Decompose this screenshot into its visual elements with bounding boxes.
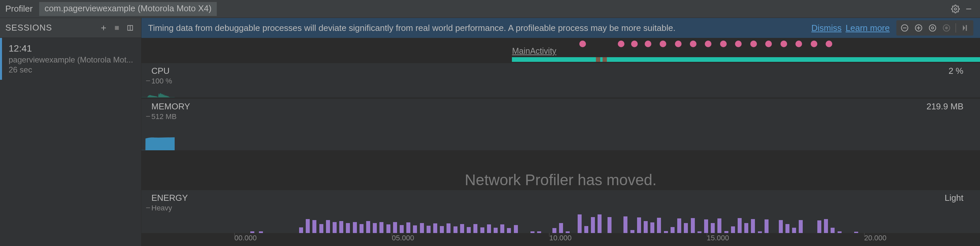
- process-tab[interactable]: com.pagerviewexample (Motorola Moto X4): [39, 2, 217, 16]
- energy-bar: [677, 219, 681, 233]
- energy-label: ENERGY: [151, 193, 188, 203]
- energy-bar: [332, 222, 337, 233]
- svg-point-12: [929, 25, 936, 31]
- energy-bar: [339, 221, 343, 233]
- memory-row[interactable]: MEMORY 219.9 MB 512 MB: [142, 99, 980, 150]
- network-message: Network Profiler has moved.: [465, 171, 657, 189]
- zoom-out-icon[interactable]: [898, 22, 911, 34]
- energy-bar: [624, 216, 627, 233]
- axis-tick: 20.000: [864, 234, 886, 242]
- input-event-dot: [645, 41, 651, 47]
- separator: [955, 23, 956, 33]
- energy-bar: [637, 217, 641, 233]
- info-banner: Timing data from debuggable processes wi…: [142, 18, 980, 38]
- session-time: 12:41: [9, 43, 134, 54]
- energy-bar: [824, 219, 828, 233]
- energy-bar: [711, 223, 715, 233]
- zoom-selection-icon[interactable]: [940, 22, 953, 34]
- memory-scale: 512 MB: [142, 112, 980, 121]
- zoom-in-icon[interactable]: [912, 22, 925, 34]
- energy-bar: [779, 220, 783, 233]
- energy-bar: [387, 224, 390, 233]
- energy-bar: [353, 222, 357, 233]
- collapse-sessions-icon[interactable]: [124, 22, 136, 34]
- energy-bar: [413, 225, 417, 233]
- energy-bar: [671, 227, 675, 233]
- input-event-dot: [705, 41, 711, 47]
- energy-bar: [473, 224, 477, 233]
- energy-bar: [306, 219, 310, 233]
- energy-bar: [817, 220, 821, 233]
- input-event-dot: [660, 41, 666, 47]
- energy-bar: [608, 217, 611, 233]
- energy-bar: [644, 221, 648, 233]
- cpu-row[interactable]: CPU 2 % 100 %: [142, 63, 980, 97]
- energy-bar: [500, 224, 504, 233]
- energy-bar: [453, 226, 457, 233]
- energy-bar: [830, 228, 835, 233]
- stop-session-icon[interactable]: [111, 22, 123, 34]
- axis-tick: 10.000: [549, 234, 571, 242]
- energy-bar: [718, 219, 721, 233]
- energy-bar: [480, 227, 484, 233]
- events-row: MainActivity: [142, 38, 980, 62]
- energy-bar: [393, 222, 397, 233]
- profiler-tab-label[interactable]: Profiler: [5, 4, 33, 14]
- sessions-panel: SESSIONS 12:41 pagerviewexample (Motorol…: [0, 18, 142, 246]
- input-event-dot: [781, 41, 787, 47]
- input-event-dot: [675, 41, 682, 47]
- go-live-icon[interactable]: [959, 22, 971, 34]
- energy-bar: [406, 222, 410, 233]
- energy-bar: [447, 224, 450, 233]
- learn-more-link[interactable]: Learn more: [846, 23, 890, 33]
- input-event-dot: [826, 41, 832, 47]
- reset-zoom-icon[interactable]: [926, 22, 939, 34]
- input-event-dot: [720, 41, 727, 47]
- minimize-icon[interactable]: [963, 3, 975, 15]
- energy-bar: [559, 223, 563, 233]
- input-event-dot: [735, 41, 741, 47]
- energy-bar: [744, 223, 748, 233]
- energy-bar: [598, 214, 601, 233]
- energy-bar: [494, 228, 498, 233]
- energy-bar: [433, 224, 437, 233]
- energy-bar: [514, 225, 518, 233]
- energy-bar: [738, 218, 741, 233]
- energy-bar: [684, 223, 688, 233]
- energy-bar: [786, 224, 789, 233]
- svg-point-0: [955, 8, 957, 10]
- add-session-icon[interactable]: [98, 22, 109, 34]
- dismiss-link[interactable]: Dismiss: [811, 23, 842, 33]
- energy-bar: [751, 219, 755, 233]
- memory-value: 219.9 MB: [927, 101, 963, 112]
- energy-bar: [400, 225, 404, 233]
- energy-bar: [366, 221, 370, 233]
- sessions-header: SESSIONS: [0, 18, 141, 38]
- energy-scale: Heavy: [142, 204, 980, 212]
- energy-row[interactable]: ENERGY Light Heavy: [142, 190, 980, 233]
- energy-bar: [299, 227, 303, 233]
- svg-rect-4: [115, 26, 119, 30]
- session-detail: pagerviewexample (Motorola Mot...: [9, 55, 134, 64]
- axis-tick: 15.000: [707, 234, 729, 242]
- energy-bar: [792, 228, 796, 233]
- info-message: Timing data from debuggable processes wi…: [148, 23, 807, 33]
- gear-icon[interactable]: [950, 3, 961, 15]
- energy-bar: [326, 220, 330, 233]
- input-event-dot: [795, 41, 802, 47]
- cpu-scale: 100 %: [142, 77, 980, 85]
- axis-tick: 05.000: [392, 234, 414, 242]
- chart-area[interactable]: MainActivity CPU 2 % 100 %: [142, 38, 980, 246]
- input-event-dot: [618, 41, 624, 47]
- input-event-dot: [750, 41, 757, 47]
- time-axis: 00.00005.00010.00015.00020.00025.000: [142, 233, 980, 246]
- energy-bar: [346, 223, 350, 233]
- energy-value: Light: [945, 193, 963, 203]
- session-item[interactable]: 12:41 pagerviewexample (Motorola Mot... …: [0, 38, 141, 80]
- energy-bar: [487, 224, 491, 233]
- cpu-value: 2 %: [948, 66, 963, 76]
- energy-bar: [379, 222, 383, 233]
- energy-bar: [552, 228, 557, 233]
- axis-tick: 00.000: [234, 234, 257, 242]
- energy-bar: [650, 222, 654, 233]
